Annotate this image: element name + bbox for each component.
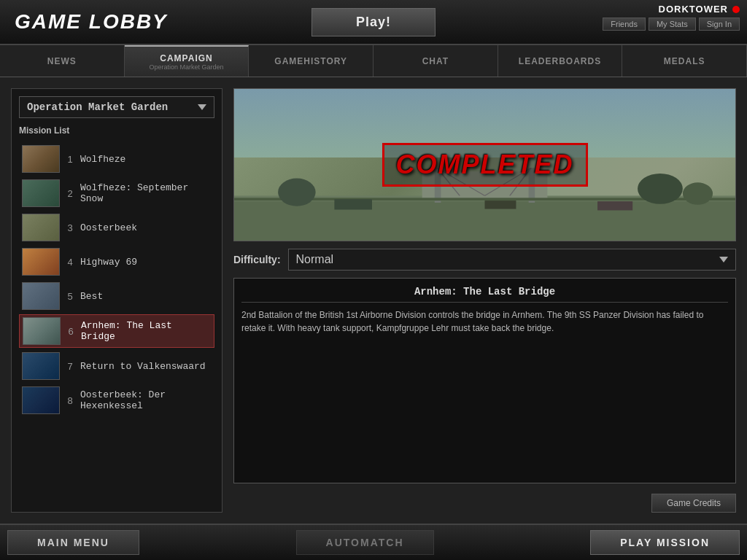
- mission-thumb-8: [22, 386, 60, 414]
- header: GAME LOBBY Play! DORKTOWER FriendsMy Sta…: [0, 0, 747, 45]
- automatch-button[interactable]: AUTOMATCH: [296, 530, 434, 555]
- mission-item-7[interactable]: 7Return to Valkenswaard: [19, 350, 214, 382]
- mission-name-1: Wolfheze: [80, 154, 125, 165]
- tab-label-gamehistory: GAMEHISTORY: [274, 56, 347, 66]
- top-right-area: DORKTOWER FriendsMy StatsSign In: [603, 4, 740, 31]
- tab-label-news: NEWS: [47, 56, 77, 66]
- left-panel: Operation Market Garden Mission List 1Wo…: [11, 88, 222, 513]
- svg-rect-12: [597, 201, 632, 210]
- mission-num-3: 3: [66, 222, 74, 233]
- mission-name-6: Arnhem: The Last Bridge: [81, 320, 211, 342]
- tab-gamehistory[interactable]: GAMEHISTORY: [249, 45, 374, 77]
- tab-bar: NEWSCAMPAIGNOperation Market GardenGAMEH…: [0, 45, 747, 77]
- mission-thumb-1: [22, 145, 60, 173]
- difficulty-value: Normal: [296, 253, 334, 266]
- mission-num-4: 4: [66, 257, 74, 268]
- main-content: Operation Market Garden Mission List 1Wo…: [0, 77, 747, 524]
- nav-links: FriendsMy StatsSign In: [603, 18, 740, 31]
- main-menu-button[interactable]: MAIN MENU: [7, 530, 139, 555]
- campaign-dropdown[interactable]: Operation Market Garden: [19, 96, 214, 118]
- mission-info-box: Arnhem: The Last Bridge 2nd Battalion of…: [233, 278, 736, 483]
- svg-rect-10: [334, 199, 372, 209]
- mission-num-5: 5: [66, 291, 74, 302]
- mission-item-3[interactable]: 3Oosterbeek: [19, 211, 214, 244]
- completed-badge: COMPLETED: [382, 143, 587, 187]
- game-title: GAME LOBBY: [0, 10, 182, 34]
- mission-thumb-6: [23, 317, 61, 345]
- mission-item-2[interactable]: 2Wolfheze: September Snow: [19, 177, 214, 209]
- mission-name-7: Return to Valkenswaard: [80, 361, 206, 372]
- mission-thumb-5: [22, 282, 60, 310]
- mission-num-7: 7: [66, 361, 74, 372]
- mission-thumb-2: [22, 179, 60, 207]
- svg-point-13: [278, 178, 316, 206]
- tab-medals[interactable]: MEDALS: [622, 45, 747, 77]
- svg-point-14: [638, 174, 683, 204]
- difficulty-arrow-icon: [719, 257, 728, 262]
- mission-name-4: Highway 69: [80, 257, 137, 268]
- tab-label-leaderboards: LEADERBOARDS: [519, 56, 601, 66]
- mission-name-3: Oosterbeek: [80, 222, 137, 233]
- mission-name-5: Best: [80, 291, 103, 302]
- dropdown-arrow-icon: [198, 104, 206, 110]
- nav-link-my-stats[interactable]: My Stats: [649, 18, 696, 31]
- right-panel: COMPLETED Difficulty: Normal Arnhem: The…: [233, 88, 736, 513]
- svg-point-15: [683, 182, 713, 205]
- svg-rect-11: [485, 201, 516, 209]
- tab-chat[interactable]: CHAT: [374, 45, 498, 77]
- difficulty-label: Difficulty:: [233, 254, 281, 265]
- mission-list: 1Wolfheze2Wolfheze: September Snow3Ooste…: [19, 143, 214, 505]
- mission-item-8[interactable]: 8Oosterbeek: Der Hexenkessel: [19, 384, 214, 416]
- play-button[interactable]: Play!: [311, 8, 436, 36]
- mission-list-header: Mission List: [19, 124, 214, 137]
- mission-item-1[interactable]: 1Wolfheze: [19, 143, 214, 175]
- nav-link-friends[interactable]: Friends: [603, 18, 646, 31]
- mission-num-2: 2: [66, 188, 74, 199]
- mission-name-2: Wolfheze: September Snow: [80, 182, 212, 204]
- tab-campaign[interactable]: CAMPAIGNOperation Market Garden: [125, 45, 249, 77]
- mission-thumb-7: [22, 352, 60, 380]
- mission-thumb-4: [22, 248, 60, 276]
- username-label: DORKTOWER: [659, 4, 728, 15]
- tab-label-medals: MEDALS: [664, 56, 705, 66]
- mission-thumb-3: [22, 214, 60, 241]
- online-status-dot: [732, 6, 740, 13]
- mission-item-4[interactable]: 4Highway 69: [19, 246, 214, 278]
- mission-info-text: 2nd Battalion of the British 1st Airborn…: [241, 308, 728, 335]
- mission-info-title: Arnhem: The Last Bridge: [241, 286, 728, 303]
- bottom-bar: MAIN MENU AUTOMATCH PLAY MISSION: [0, 524, 747, 560]
- mission-item-5[interactable]: 5Best: [19, 280, 214, 312]
- tab-label-campaign: CAMPAIGN: [160, 53, 212, 63]
- mission-num-6: 6: [66, 326, 75, 337]
- mission-preview: COMPLETED: [233, 88, 736, 241]
- username-row: DORKTOWER: [659, 4, 740, 15]
- difficulty-dropdown[interactable]: Normal: [288, 249, 736, 271]
- mission-item-6[interactable]: 6Arnhem: The Last Bridge: [19, 314, 214, 348]
- game-credits-button[interactable]: Game Credits: [651, 494, 736, 513]
- tab-leaderboards[interactable]: LEADERBOARDS: [498, 45, 623, 77]
- nav-link-sign-in[interactable]: Sign In: [699, 18, 740, 31]
- mission-num-8: 8: [66, 395, 74, 406]
- play-mission-button[interactable]: PLAY MISSION: [590, 530, 740, 555]
- play-button-container: Play!: [311, 8, 436, 36]
- tab-news[interactable]: NEWS: [0, 45, 125, 77]
- tab-subtitle-campaign: Operation Market Garden: [149, 63, 223, 71]
- tab-label-chat: CHAT: [422, 56, 449, 66]
- difficulty-row: Difficulty: Normal: [233, 249, 736, 271]
- mission-num-1: 1: [66, 154, 74, 165]
- campaign-dropdown-label: Operation Market Garden: [27, 101, 168, 113]
- mission-name-8: Oosterbeek: Der Hexenkessel: [80, 389, 212, 411]
